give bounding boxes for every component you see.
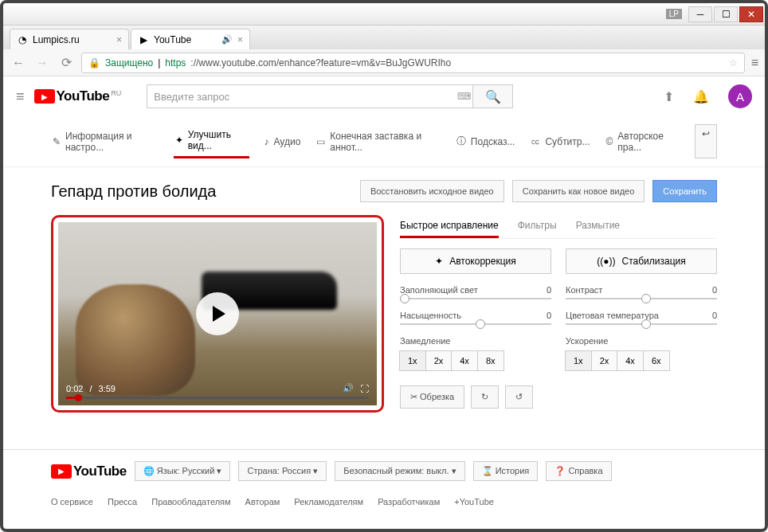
saturation-slider[interactable]: Насыщенность0 [400, 311, 551, 325]
language-selector[interactable]: 🌐 Язык: Русский ▾ [135, 461, 231, 481]
footer: ▶ YouTube 🌐 Язык: Русский ▾ Страна: Росс… [3, 449, 765, 492]
footer-link[interactable]: Разработчикам [378, 497, 440, 507]
volume-icon[interactable]: 🔊 [343, 383, 354, 393]
fix-tabs: Быстрое исправление Фильтры Размытие [400, 215, 717, 239]
youtube-header: ≡ ▶ YouTube RU Введите запрос ⌨ 🔍 ⬆ 🔔 A [3, 76, 765, 116]
speed-option[interactable]: 2x [591, 350, 618, 371]
speedup-options: 1x 2x 4x 6x [566, 350, 717, 371]
secure-label: Защищено [105, 57, 153, 68]
tab-label: Субтитр... [545, 136, 590, 147]
forward-button[interactable]: → [33, 54, 51, 72]
slider-value: 0 [547, 311, 551, 320]
close-window-button[interactable]: ✕ [739, 6, 763, 22]
help-button[interactable]: ❓ Справка [546, 461, 611, 481]
search-button[interactable]: 🔍 [472, 85, 512, 108]
youtube-logo[interactable]: ▶ YouTube RU [34, 88, 122, 104]
lock-icon: 🔒 [88, 57, 100, 68]
fullscreen-icon[interactable]: ⛶ [360, 384, 369, 393]
footer-link[interactable]: Правообладателям [151, 497, 230, 507]
slider-value: 0 [712, 311, 717, 320]
country-label: Страна: [247, 466, 279, 475]
restore-original-button[interactable]: Восстановить исходное видео [360, 180, 504, 202]
lang-value: Русский [182, 466, 215, 475]
window-titlebar: LP ─ ☐ ✕ [3, 3, 765, 25]
browser-tab-youtube[interactable]: ▶ YouTube 🔊 × [131, 29, 250, 49]
url-path: ://www.youtube.com/enhance?feature=vm&v=… [190, 57, 451, 68]
safety-mode-selector[interactable]: Безопасный режим: выкл. ▾ [335, 461, 464, 481]
speed-option[interactable]: 4x [451, 350, 478, 371]
speed-option[interactable]: 8x [477, 350, 504, 371]
close-tab-icon[interactable]: × [116, 34, 122, 45]
current-time: 0:02 [66, 384, 83, 393]
save-as-new-button[interactable]: Сохранить как новое видео [512, 180, 645, 202]
color-temp-slider[interactable]: Цветовая температура0 [566, 311, 717, 325]
tab-quick-fix[interactable]: Быстрое исправление [400, 215, 499, 238]
tab-blur[interactable]: Размытие [576, 215, 620, 238]
tab-filters[interactable]: Фильтры [518, 215, 557, 238]
speed-option[interactable]: 1x [565, 350, 592, 371]
maximize-button[interactable]: ☐ [714, 6, 738, 22]
minimize-button[interactable]: ─ [688, 6, 712, 22]
speed-option[interactable]: 6x [643, 350, 670, 371]
trim-button[interactable]: ✂ Обрезка [400, 385, 464, 409]
contrast-slider[interactable]: Контраст0 [566, 285, 717, 299]
duration: 3:59 [98, 384, 115, 393]
tab-cards[interactable]: ⓘПодсказ... [455, 124, 517, 158]
speed-option[interactable]: 2x [425, 350, 453, 371]
audio-icon[interactable]: 🔊 [221, 34, 233, 45]
hamburger-icon[interactable]: ≡ [16, 88, 25, 105]
wand-icon: ✦ [435, 256, 443, 267]
back-button[interactable]: ← [10, 54, 27, 72]
upload-icon[interactable]: ⬆ [664, 89, 674, 104]
fill-light-slider[interactable]: Заполняющий свет0 [400, 285, 551, 299]
speed-option[interactable]: 1x [399, 350, 426, 371]
footer-link[interactable]: Рекламодателям [294, 497, 363, 507]
lang-label: Язык: [157, 466, 180, 475]
tab-audio[interactable]: ♪Аудио [262, 124, 302, 158]
rotate-right-button[interactable]: ↻ [471, 385, 499, 409]
time-separator: / [89, 384, 92, 393]
stabilize-icon: ((●)) [597, 256, 615, 267]
footer-link[interactable]: +YouTube [454, 497, 494, 507]
star-icon[interactable]: ☆ [729, 57, 738, 68]
tab-endscreen[interactable]: ▭Конечная заставка и аннот... [315, 124, 442, 158]
chrome-menu-icon[interactable]: ≡ [751, 56, 758, 70]
history-button[interactable]: ⌛ История [473, 461, 539, 481]
seek-bar[interactable] [66, 397, 369, 399]
avatar[interactable]: A [728, 84, 752, 108]
footer-link[interactable]: О сервисе [51, 497, 93, 507]
tab-title: Lumpics.ru [33, 34, 80, 45]
url-input[interactable]: 🔒 Защищено | https://www.youtube.com/enh… [81, 53, 745, 73]
footer-logo[interactable]: ▶ YouTube [51, 464, 127, 479]
youtube-play-icon: ▶ [34, 89, 55, 104]
country-selector[interactable]: Страна: Россия ▾ [238, 461, 327, 481]
note-icon: ♪ [264, 136, 268, 147]
autocorrect-button[interactable]: ✦Автокоррекция [400, 248, 551, 274]
lp-badge: LP [666, 9, 682, 19]
youtube-play-icon: ▶ [51, 464, 72, 479]
browser-tab-lumpics[interactable]: ◔ Lumpics.ru × [10, 29, 129, 49]
slider-value: 0 [547, 285, 551, 295]
speed-option[interactable]: 4x [617, 350, 644, 371]
slider-label: Насыщенность [400, 311, 461, 320]
notifications-icon[interactable]: 🔔 [693, 89, 709, 104]
footer-link[interactable]: Авторам [245, 497, 280, 507]
tab-info[interactable]: ✎Информация и настро... [51, 124, 161, 158]
youtube-logo-text: YouTube [73, 464, 127, 479]
tab-subtitles[interactable]: ㏄Субтитр... [529, 124, 591, 158]
video-player[interactable]: 0:02 / 3:59 🔊 ⛶ [58, 222, 377, 405]
close-tab-icon[interactable]: × [237, 34, 243, 45]
footer-link[interactable]: Пресса [108, 497, 137, 507]
play-button[interactable] [196, 292, 239, 335]
tab-copyright[interactable]: ©Авторское пра... [605, 124, 683, 158]
stabilize-button[interactable]: ((●))Стабилизация [566, 248, 717, 274]
keyboard-icon[interactable]: ⌨ [455, 85, 472, 108]
tab-enhance[interactable]: ✦Улучшить вид... [174, 124, 250, 158]
footer-links: О сервисе Пресса Правообладателям Автора… [3, 492, 765, 511]
reload-button[interactable]: ⟳ [57, 54, 75, 72]
rotate-left-button[interactable]: ↺ [505, 385, 533, 409]
save-button[interactable]: Сохранить [652, 180, 717, 202]
slowdown-label: Замедление [400, 336, 551, 346]
search-input[interactable]: Введите запрос [147, 85, 455, 108]
revert-button[interactable]: ↩ [695, 124, 717, 158]
